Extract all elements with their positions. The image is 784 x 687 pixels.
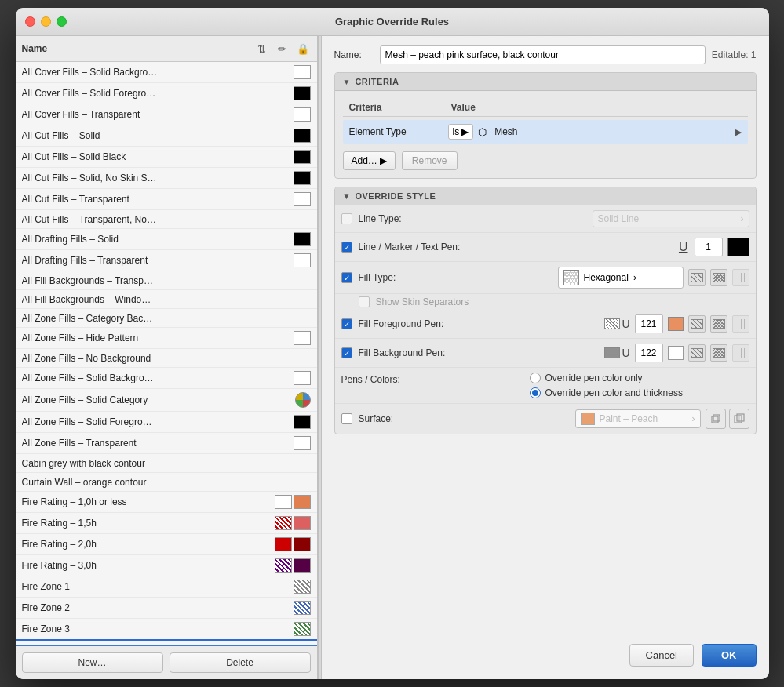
line-type-checkbox[interactable] xyxy=(341,213,352,224)
surface-checkbox[interactable] xyxy=(341,413,352,424)
fill-fg-hatch-icon xyxy=(604,318,620,329)
radio-pen-color-only[interactable] xyxy=(530,373,541,383)
maximize-button[interactable] xyxy=(57,16,67,27)
swatch-pie xyxy=(295,392,311,408)
add-criteria-button[interactable]: Add… ▶ xyxy=(343,151,396,170)
fill-picker-btn-3[interactable] xyxy=(732,269,749,286)
new-button[interactable]: New… xyxy=(22,652,163,673)
skin-sep-checkbox[interactable] xyxy=(359,296,370,307)
list-item[interactable]: All Cut Fills – Solid xyxy=(16,125,317,147)
surface-paste-icon xyxy=(734,413,745,424)
list-item[interactable]: All Zone Fills – Transparent xyxy=(16,433,317,454)
item-name: All Fill Backgrounds – Windo… xyxy=(22,294,311,305)
surface-icon-buttons xyxy=(706,409,749,429)
fill-picker-btn-2[interactable] xyxy=(710,269,727,286)
list-item[interactable]: All Cover Fills – Solid Backgro… xyxy=(16,62,317,83)
fill-fg-color-swatch[interactable] xyxy=(668,317,684,331)
fill-bg-color-swatch[interactable] xyxy=(668,346,684,360)
pen-color-swatch[interactable] xyxy=(727,238,749,256)
radio-pen-color-thickness[interactable] xyxy=(530,387,541,398)
fill-fg-pen-checkbox[interactable]: ✓ xyxy=(341,318,352,329)
list-item[interactable]: All Fill Backgrounds – Windo… xyxy=(16,290,317,309)
list-item[interactable]: Fire Zone 2 xyxy=(16,598,317,619)
pens-colors-row: Pens / Colors: Override pen color only O… xyxy=(335,368,756,404)
minimize-button[interactable] xyxy=(41,16,51,27)
list-item[interactable]: All Cut Fills – Solid Black xyxy=(16,147,317,168)
lock-icon[interactable]: 🔒 xyxy=(295,41,311,56)
list-item[interactable]: Fire Rating – 2,0h xyxy=(16,534,317,555)
window: Graphic Override Rules Name ⇅ ✏ 🔒 All Co… xyxy=(16,8,769,679)
swatch xyxy=(294,129,311,143)
surface-select[interactable]: Paint – Peach › xyxy=(575,409,701,428)
list-item[interactable]: Curtain Wall – orange contour xyxy=(16,473,317,492)
list-item[interactable]: All Drafting Fills – Solid xyxy=(16,229,317,250)
edit-icon[interactable]: ✏ xyxy=(275,41,290,56)
fill-bg-picker-btn-1[interactable] xyxy=(688,344,706,362)
list-item[interactable]: Fire Rating – 1,5h xyxy=(16,513,317,534)
list-item[interactable]: Fire Zone 3 xyxy=(16,619,317,641)
remove-criteria-button[interactable]: Remove xyxy=(402,151,458,170)
list-item[interactable]: All Cover Fills – Transparent xyxy=(16,104,317,125)
item-name: All Cut Fills – Solid xyxy=(22,130,294,141)
swatch xyxy=(294,86,311,100)
override-title: OVERRIDE STYLE xyxy=(355,191,436,201)
line-pen-checkbox[interactable]: ✓ xyxy=(341,242,352,253)
list-item[interactable]: All Zone Fills – Solid Foregro… xyxy=(16,412,317,433)
list-item[interactable]: Fire Rating – 1,0h or less xyxy=(16,492,317,513)
list-item[interactable]: Fire Rating – 3,0h xyxy=(16,555,317,576)
list-item[interactable]: All Cut Fills – Transparent, No… xyxy=(16,210,317,229)
criteria-body: Criteria Value Element Type is ▶ ⬡ Mesh … xyxy=(335,91,756,178)
criteria-row[interactable]: Element Type is ▶ ⬡ Mesh ▶ xyxy=(343,120,748,144)
fill-type-select[interactable]: Hexagonal › xyxy=(558,267,684,289)
sort-icon[interactable]: ⇅ xyxy=(254,41,270,56)
list-item[interactable]: Cabin grey with black contour xyxy=(16,454,317,473)
collapse-override-icon[interactable]: ▼ xyxy=(343,192,351,201)
operator-arrow: ▶ xyxy=(461,126,469,137)
fill-type-checkbox[interactable]: ✓ xyxy=(341,272,352,283)
name-input[interactable] xyxy=(380,45,706,64)
list-item[interactable]: All Fill Backgrounds – Transp… xyxy=(16,271,317,290)
fill-bg-pen-number[interactable]: 122 xyxy=(635,344,663,362)
swatch xyxy=(294,371,311,385)
fill-fg-pen-row: ✓ Fill Foreground Pen: U 121 xyxy=(335,310,756,339)
fill-fg-pen-number[interactable]: 121 xyxy=(635,314,663,333)
item-name: All Cover Fills – Solid Backgro… xyxy=(22,67,294,78)
svg-rect-2 xyxy=(735,416,742,423)
criteria-operator-btn[interactable]: is ▶ xyxy=(448,124,474,140)
list-item[interactable]: All Cut Fills – Transparent xyxy=(16,189,317,210)
list-item[interactable]: All Zone Fills – Solid Backgro… xyxy=(16,368,317,389)
fill-picker-btn-1[interactable] xyxy=(688,269,706,286)
fill-type-arrow: › xyxy=(633,272,636,283)
list-item[interactable]: All Zone Fills – No Background xyxy=(16,349,317,368)
fill-fg-picker-btn-3[interactable] xyxy=(732,315,749,333)
surface-icon-btn-1[interactable] xyxy=(706,409,726,429)
list-item[interactable]: All Zone Fills – Hide Pattern xyxy=(16,328,317,349)
delete-button[interactable]: Delete xyxy=(170,652,311,673)
ok-button[interactable]: OK xyxy=(702,644,757,667)
list-item[interactable]: All Cover Fills – Solid Foregro… xyxy=(16,83,317,104)
fill-bg-pen-checkbox[interactable]: ✓ xyxy=(341,347,352,358)
collapse-icon[interactable]: ▼ xyxy=(343,78,351,86)
item-name: Cabin grey with black contour xyxy=(22,458,311,469)
list-item[interactable]: All Cut Fills – Solid, No Skin S… xyxy=(16,168,317,189)
cancel-button[interactable]: Cancel xyxy=(629,644,694,667)
stripe-icon-a xyxy=(735,319,747,329)
list-footer: New… Delete xyxy=(16,645,317,679)
item-swatches xyxy=(294,580,311,594)
traffic-lights xyxy=(25,16,67,27)
fill-bg-picker-btn-2[interactable] xyxy=(710,344,727,362)
criteria-row-arrow[interactable]: ▶ xyxy=(735,127,742,137)
list-item[interactable]: All Drafting Fills – Transparent xyxy=(16,250,317,271)
line-type-select[interactable]: Solid Line › xyxy=(593,210,749,227)
item-name: Fire Zone 1 xyxy=(22,581,294,592)
surface-value: Paint – Peach xyxy=(600,413,658,424)
close-button[interactable] xyxy=(25,16,35,27)
fill-fg-picker-btn-2[interactable] xyxy=(710,315,727,333)
surface-icon-btn-2[interactable] xyxy=(729,409,749,429)
list-item[interactable]: All Zone Fills – Solid Category xyxy=(16,389,317,412)
list-item[interactable]: Fire Zone 1 xyxy=(16,576,317,598)
fill-bg-picker-btn-3[interactable] xyxy=(732,344,749,362)
pen-number-input[interactable]: 1 xyxy=(695,238,723,256)
list-item[interactable]: All Zone Fills – Category Bac… xyxy=(16,309,317,328)
fill-fg-picker-btn-1[interactable] xyxy=(688,315,706,333)
